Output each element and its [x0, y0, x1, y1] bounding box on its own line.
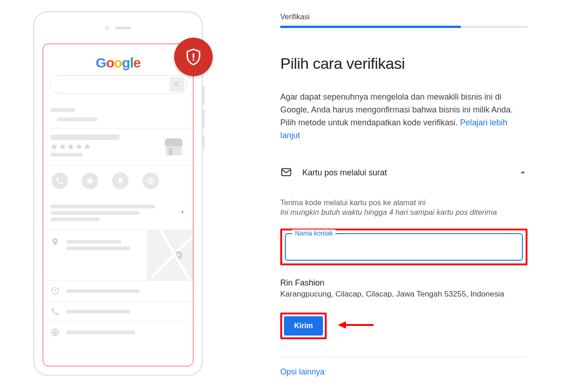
method-label: Kartu pos melalui surat [302, 168, 508, 178]
search-bar-placeholder [50, 75, 187, 94]
save-icon [112, 173, 129, 189]
svg-point-1 [193, 59, 194, 61]
website-icon [142, 173, 159, 189]
step-label: Verifikasi [280, 13, 527, 21]
send-button[interactable]: Kirim [284, 316, 323, 336]
google-logo: Google [43, 44, 193, 75]
call-icon [51, 173, 68, 189]
other-options-link[interactable]: Opsi lainnya [280, 367, 324, 376]
business-name: Rin Fashion [280, 278, 527, 288]
directions-icon [82, 173, 98, 189]
page-title: Pilih cara verifikasi [280, 55, 527, 73]
alert-shield-icon [174, 38, 213, 76]
annotation-highlight-input: Nama kontak [280, 229, 527, 265]
contact-name-label: Nama kontak [292, 230, 335, 237]
map-thumbnail [147, 230, 193, 280]
divider [280, 357, 527, 357]
postcard-eta: Ini mungkin butuh waktu hingga 4 hari sa… [280, 208, 527, 217]
verification-method-postcard[interactable]: Kartu pos melalui surat [280, 164, 527, 182]
clock-icon [51, 286, 60, 296]
annotation-arrow-icon [338, 319, 374, 332]
mail-icon [280, 166, 292, 180]
storefront-icon [162, 135, 186, 159]
contact-name-input[interactable] [286, 234, 522, 260]
svg-rect-2 [169, 148, 173, 155]
location-pin-icon [51, 237, 60, 248]
globe-icon [51, 328, 60, 337]
search-icon [170, 77, 184, 92]
annotation-highlight-button: Kirim [280, 313, 327, 339]
chevron-right-icon [180, 207, 186, 218]
progress-bar [280, 26, 527, 28]
svg-marker-8 [338, 321, 346, 329]
phone-illustration: Google [33, 11, 203, 376]
business-address: Karangpucung, Cilacap, Cilacap, Jawa Ten… [280, 290, 527, 299]
postcard-subtext: Terima kode melalui kartu pos ke alamat … [280, 198, 425, 207]
phone-icon [51, 307, 60, 316]
chevron-up-icon [518, 168, 527, 179]
